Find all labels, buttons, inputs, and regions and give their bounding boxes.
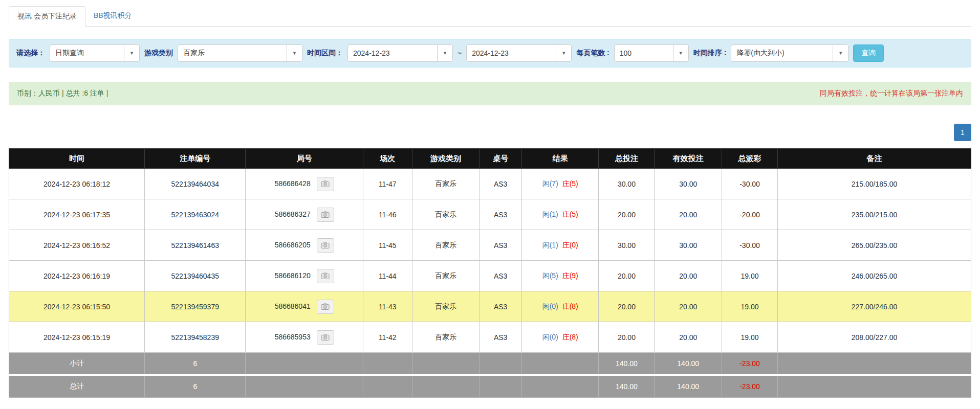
cell-bet-id: 522139464034	[145, 169, 246, 199]
result-banker: 庄(8)	[562, 302, 578, 310]
search-button[interactable]: 查询	[853, 44, 884, 62]
pagination: 1	[9, 124, 971, 141]
page-size-select[interactable]: 100 ▼	[614, 44, 689, 62]
cell-valid-bet: 20.00	[655, 199, 722, 230]
table-row: 2024-12-23 06:18:12 522139464034 5866864…	[9, 169, 971, 199]
cell-result: 闲(0) 庄(8)	[522, 322, 599, 353]
empty-cell	[363, 353, 412, 375]
empty-cell	[480, 353, 522, 375]
round-id-text: 586686205	[275, 240, 311, 248]
cell-time: 2024-12-23 06:16:52	[9, 230, 145, 261]
currency-total-text: 币别：人民币 | 总共 :6 注单 |	[17, 89, 108, 98]
camera-icon	[321, 334, 330, 341]
table-row: 2024-12-23 06:15:19 522139458239 5866859…	[9, 322, 971, 353]
query-type-select[interactable]: 日期查询 ▼	[50, 44, 140, 62]
header-total-bet: 总投注	[599, 149, 655, 169]
cell-table-no: AS3	[480, 322, 522, 353]
date-range-label: 时间区间：	[307, 49, 343, 58]
game-type-select[interactable]: 百家乐 ▼	[178, 44, 302, 62]
cell-remark: 227.00/246.00	[778, 291, 971, 322]
header-valid-bet: 有效投注	[655, 149, 722, 169]
replay-video-button[interactable]	[317, 330, 334, 345]
result-player: 闲(0)	[542, 333, 558, 341]
cell-table-no: AS3	[480, 261, 522, 291]
page: 视讯 会员下注纪录 BB视讯积分 请选择： 日期查询 ▼ 游戏类别 百家乐 ▼ …	[0, 0, 980, 409]
camera-icon	[321, 242, 330, 249]
header-bet-id: 注单编号	[145, 149, 246, 169]
cell-remark: 208.00/227.00	[778, 322, 971, 353]
round-id-text: 586685953	[275, 332, 311, 340]
result-banker: 庄(9)	[562, 271, 578, 280]
cell-total-bet[interactable]: 20.00	[599, 322, 655, 353]
filter-bar: 请选择： 日期查询 ▼ 游戏类别 百家乐 ▼ 时间区间： 2024-12-23 …	[9, 39, 971, 67]
chevron-down-icon: ▼	[437, 45, 452, 61]
cell-total-bet[interactable]: 20.00	[599, 291, 655, 322]
round-id-text: 586686120	[275, 271, 311, 279]
cell-total-bet[interactable]: 20.00	[599, 199, 655, 230]
cell-round-id: 586686041	[246, 291, 363, 322]
table-body: 2024-12-23 06:18:12 522139464034 5866864…	[9, 169, 971, 353]
result-banker: 庄(8)	[562, 333, 578, 341]
chevron-down-icon: ▼	[673, 45, 688, 61]
grand-total-payout: -23.00	[722, 375, 778, 398]
cell-bet-id: 522139458239	[145, 322, 246, 353]
chevron-down-icon: ▼	[124, 45, 139, 61]
date-to-select[interactable]: 2024-12-23 ▼	[466, 44, 572, 62]
empty-cell	[412, 353, 480, 375]
cell-table-no: AS3	[480, 291, 522, 322]
date-from-value: 2024-12-23	[348, 45, 437, 61]
cell-remark: 235.00/215.00	[778, 199, 971, 230]
cell-total-bet[interactable]: 30.00	[599, 230, 655, 261]
cell-total-bet[interactable]: 30.00	[599, 169, 655, 199]
date-from-select[interactable]: 2024-12-23 ▼	[347, 44, 453, 62]
camera-icon	[321, 180, 330, 188]
page-button-1[interactable]: 1	[954, 124, 971, 141]
result-banker: 庄(5)	[562, 210, 578, 218]
result-player: 闲(0)	[542, 302, 558, 310]
empty-cell	[778, 353, 971, 375]
sort-order-select[interactable]: 降幂(由大到小) ▼	[731, 44, 848, 62]
cell-payout: 19.00	[722, 261, 778, 291]
date-range-tilde: ~	[458, 49, 462, 57]
cell-bet-id: 522139460435	[145, 261, 246, 291]
page-size-value: 100	[615, 45, 673, 61]
cell-payout: 19.00	[722, 322, 778, 353]
tab-betting-records[interactable]: 视讯 会员下注纪录	[9, 6, 85, 27]
cell-round-id: 586685953	[246, 322, 363, 353]
table-row: 2024-12-23 06:16:19 522139460435 5866861…	[9, 261, 971, 291]
subtotal-row: 小计 6 140.00 140.00 -23.00	[9, 353, 971, 375]
cell-remark: 246.00/265.00	[778, 261, 971, 291]
replay-video-button[interactable]	[317, 269, 334, 283]
round-id-text: 586686428	[275, 179, 311, 187]
grand-total-total-bet: 140.00	[599, 375, 655, 398]
cell-time: 2024-12-23 06:18:12	[9, 169, 145, 199]
empty-cell	[363, 375, 412, 398]
empty-cell	[522, 375, 599, 398]
result-player: 闲(5)	[542, 271, 558, 280]
summary-bar: 币别：人民币 | 总共 :6 注单 | 同局有效投注，统一计算在该局第一张注单内	[9, 82, 971, 105]
tab-bb-points[interactable]: BB视讯积分	[85, 6, 140, 27]
cell-payout: -30.00	[722, 230, 778, 261]
round-id-text: 586686041	[275, 302, 311, 310]
cell-result: 闲(1) 庄(5)	[522, 199, 599, 230]
camera-icon	[321, 211, 330, 218]
date-to-value: 2024-12-23	[467, 45, 556, 61]
cell-valid-bet: 20.00	[655, 261, 722, 291]
cell-table-no: AS3	[480, 230, 522, 261]
chevron-down-icon: ▼	[287, 45, 302, 61]
cell-time: 2024-12-23 06:15:50	[9, 291, 145, 322]
chevron-down-icon: ▼	[556, 45, 571, 61]
page-size-label: 每页笔数 :	[576, 49, 609, 58]
cell-total-bet[interactable]: 20.00	[599, 261, 655, 291]
replay-video-button[interactable]	[317, 300, 334, 314]
cell-session: 11-45	[363, 230, 412, 261]
empty-cell	[246, 375, 363, 398]
cell-valid-bet: 20.00	[655, 322, 722, 353]
replay-video-button[interactable]	[317, 238, 334, 253]
cell-time: 2024-12-23 06:17:35	[9, 199, 145, 230]
replay-video-button[interactable]	[317, 208, 334, 222]
cell-table-no: AS3	[480, 169, 522, 199]
replay-video-button[interactable]	[317, 177, 334, 191]
cell-payout: -30.00	[722, 169, 778, 199]
cell-session: 11-46	[363, 199, 412, 230]
